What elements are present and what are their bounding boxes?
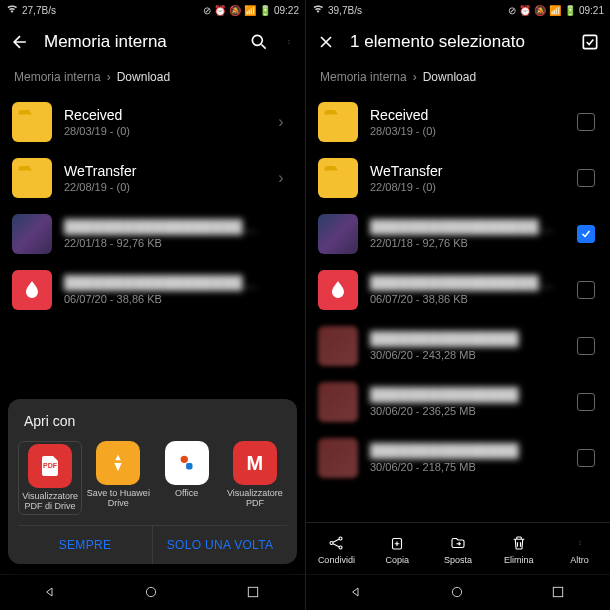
file-row[interactable]: WeTransfer22/08/19 - (0)› <box>0 150 305 206</box>
breadcrumb[interactable]: Memoria interna › Download <box>0 64 305 94</box>
always-button[interactable]: SEMPRE <box>18 526 152 564</box>
net-speed: 27,7B/s <box>22 5 56 16</box>
overflow-icon[interactable] <box>283 32 295 52</box>
more-action[interactable]: Altro <box>553 533 607 565</box>
checkbox[interactable] <box>577 113 595 131</box>
folder-icon <box>318 158 358 198</box>
breadcrumb[interactable]: Memoria interna › Download <box>306 64 610 94</box>
file-meta: 30/06/20 - 218,75 MB <box>370 461 562 473</box>
chevron-right-icon: › <box>413 70 417 84</box>
file-row[interactable]: ██████████████████.jpg22/01/18 - 92,76 K… <box>306 206 610 262</box>
alarm-icon: ⏰ <box>214 5 226 16</box>
file-row[interactable]: Received28/03/19 - (0)› <box>0 94 305 150</box>
file-info: WeTransfer22/08/19 - (0) <box>64 163 257 193</box>
svg-rect-6 <box>186 463 192 469</box>
file-row[interactable]: ███████████████30/06/20 - 243,28 MB <box>306 318 610 374</box>
close-icon[interactable] <box>316 32 336 52</box>
file-info: ██████████████████.pdf06/07/20 - 38,86 K… <box>64 275 257 305</box>
nav-home-icon[interactable] <box>143 584 161 602</box>
wifi-icon <box>6 3 18 17</box>
app-drive-pdf[interactable]: PDF Visualizzatore PDF di Drive <box>18 441 82 515</box>
nav-back-icon[interactable] <box>348 584 366 602</box>
nav-home-icon[interactable] <box>449 584 467 602</box>
file-meta: 22/08/19 - (0) <box>64 181 257 193</box>
clock: 09:22 <box>274 5 299 16</box>
blurred-thumbnail <box>318 326 358 366</box>
svg-point-12 <box>339 546 342 549</box>
file-right: › <box>269 169 293 187</box>
file-name: WeTransfer <box>64 163 257 179</box>
nosleep-icon: ⊘ <box>203 5 211 16</box>
battery-icon: 🔋 <box>259 5 271 16</box>
file-right <box>574 281 598 299</box>
blurred-thumbnail <box>318 382 358 422</box>
selection-title: 1 elemento selezionato <box>350 32 566 52</box>
phone-right: 39,7B/s ⊘ ⏰ 🔕 📶 🔋 09:21 1 elemento selez… <box>305 0 610 610</box>
file-meta: 06/07/20 - 38,86 KB <box>370 293 562 305</box>
dnd-icon: 🔕 <box>229 5 241 16</box>
net-speed: 39,7B/s <box>328 5 362 16</box>
svg-point-2 <box>289 42 290 43</box>
page-title: Memoria interna <box>44 32 235 52</box>
svg-point-17 <box>452 587 461 596</box>
nav-recent-icon[interactable] <box>550 584 568 602</box>
share-action[interactable]: Condividi <box>309 533 363 565</box>
breadcrumb-root[interactable]: Memoria interna <box>14 70 101 84</box>
copy-action[interactable]: Copia <box>370 533 424 565</box>
file-right <box>574 169 598 187</box>
file-info: WeTransfer22/08/19 - (0) <box>370 163 562 193</box>
file-row[interactable]: ██████████████████.pdf06/07/20 - 38,86 K… <box>306 262 610 318</box>
folder-icon <box>12 102 52 142</box>
checkbox-checked[interactable] <box>577 225 595 243</box>
delete-action[interactable]: Elimina <box>492 533 546 565</box>
move-action[interactable]: Sposta <box>431 533 485 565</box>
share-icon <box>326 533 346 553</box>
svg-point-15 <box>579 542 580 543</box>
pdf-icon <box>12 270 52 310</box>
chevron-right-icon: › <box>278 113 283 131</box>
file-info: ███████████████30/06/20 - 218,75 MB <box>370 443 562 473</box>
nav-recent-icon[interactable] <box>245 584 263 602</box>
once-button[interactable]: SOLO UNA VOLTA <box>152 526 287 564</box>
back-icon[interactable] <box>10 32 30 52</box>
app-huawei-drive[interactable]: Save to Huawei Drive <box>86 441 150 515</box>
checkbox[interactable] <box>577 281 595 299</box>
file-row[interactable]: Received28/03/19 - (0) <box>306 94 610 150</box>
file-info: ██████████████████.pdf06/07/20 - 38,86 K… <box>370 275 562 305</box>
app-pdf-viewer[interactable]: M Visualizzatore PDF <box>223 441 287 515</box>
select-all-icon[interactable] <box>580 32 600 52</box>
checkbox[interactable] <box>577 169 595 187</box>
file-info: ██████████████████.jpg22/01/18 - 92,76 K… <box>370 219 562 249</box>
file-right <box>574 393 598 411</box>
checkbox[interactable] <box>577 449 595 467</box>
file-row[interactable]: ██████████████████.pdf06/07/20 - 38,86 K… <box>0 262 305 318</box>
file-name: ██████████████████.pdf <box>370 275 562 291</box>
signal-icon: 📶 <box>549 5 561 16</box>
file-row[interactable]: ██████████████████.jpg22/01/18 - 92,76 K… <box>0 206 305 262</box>
file-info: ██████████████████.jpg22/01/18 - 92,76 K… <box>64 219 257 249</box>
checkbox[interactable] <box>577 337 595 355</box>
svg-point-14 <box>579 541 580 542</box>
breadcrumb-root[interactable]: Memoria interna <box>320 70 407 84</box>
chevron-right-icon: › <box>107 70 111 84</box>
file-name: Received <box>370 107 562 123</box>
file-meta: 28/03/19 - (0) <box>64 125 257 137</box>
file-name: ███████████████ <box>370 331 562 347</box>
app-office[interactable]: Office <box>155 441 219 515</box>
action-bar: Condividi Copia Sposta Elimina Altro <box>306 522 610 574</box>
search-icon[interactable] <box>249 32 269 52</box>
open-with-dialog: Apri con PDF Visualizzatore PDF di Drive… <box>8 399 297 564</box>
svg-rect-8 <box>248 587 257 596</box>
image-thumbnail <box>12 214 52 254</box>
more-icon <box>570 533 590 553</box>
file-row[interactable]: ███████████████30/06/20 - 236,25 MB <box>306 374 610 430</box>
svg-rect-18 <box>554 587 563 596</box>
chevron-right-icon: › <box>278 169 283 187</box>
clock: 09:21 <box>579 5 604 16</box>
checkbox[interactable] <box>577 393 595 411</box>
file-row[interactable]: WeTransfer22/08/19 - (0) <box>306 150 610 206</box>
breadcrumb-current: Download <box>117 70 170 84</box>
nav-back-icon[interactable] <box>42 584 60 602</box>
file-row[interactable]: ███████████████30/06/20 - 218,75 MB <box>306 430 610 486</box>
file-info: Received28/03/19 - (0) <box>64 107 257 137</box>
